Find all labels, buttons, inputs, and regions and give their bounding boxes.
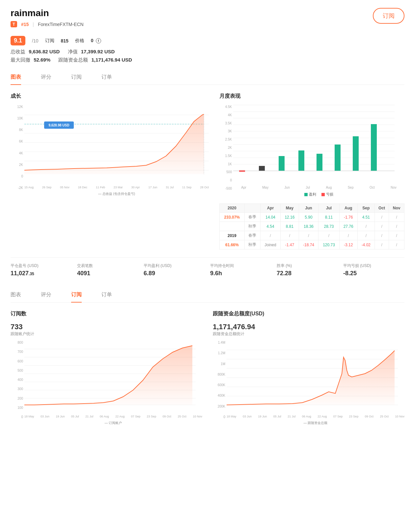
brand-title: rainmain [11, 8, 84, 18]
svg-rect-26 [317, 154, 322, 171]
table-header-season [244, 204, 260, 213]
net-value-value: 17,399.92 USD [81, 49, 115, 54]
follow-funds-value: 1,171,476.94 USD [91, 57, 132, 63]
max-drawdown-label: 最大回撤 [11, 57, 30, 63]
total-profit-label: 总收益 [11, 49, 25, 54]
tabs-1: 图表 评分 订阅 订单 [11, 70, 404, 85]
svg-rect-28 [353, 136, 359, 171]
follow-sub: 跟随资金总额统计 [213, 331, 404, 337]
growth-line-label: — 总收益 (包含持仓盈亏) [24, 192, 209, 196]
price-info-icon: f [96, 38, 101, 43]
sub-y-labels: 8007006005004003002001000 [11, 341, 23, 419]
tab-2-subscribe[interactable]: 订阅 [71, 287, 82, 302]
subscribers-sub: 跟随账户统计 [11, 331, 202, 337]
subscribers-count: 733 [11, 323, 202, 331]
follow-x-labels: 18 May03 Jun19 Jun05 Jul21 Jul06 Aug22 A… [227, 415, 404, 418]
follow-chart-block: 跟随资金总额度(USD) 1,171,476.94 跟随资金总额统计 1.4M1… [213, 310, 404, 425]
svg-rect-29 [371, 124, 377, 171]
stat-avg-profit: 平均盈利 (USD) 6.89 [144, 263, 205, 277]
growth-title: 成长 [11, 93, 209, 100]
bar-y-labels: 4.5K4K3.5K3K2.5K2K1.5K1K5000-500 [219, 105, 232, 190]
growth-chart-block: 成长 12K10K8K6K4K2K0-2K [11, 93, 209, 250]
follow-y-labels: 1.4M1.2M1M800K600K400K200K0 [213, 341, 225, 419]
svg-text:9,628.98 USD: 9,628.98 USD [49, 123, 69, 127]
separator: | [33, 22, 34, 27]
monthly-table: 2020 AprMayJunJulAugSepOctNov 233.07% 春季… [219, 203, 404, 250]
stats-grid: 平仓盈号 (USD) 11,027.35 交易笔数 4091 平均盈利 (USD… [11, 263, 404, 277]
broker: ForexTimeFXTM-ECN [38, 22, 84, 27]
tab-1-rating[interactable]: 评分 [41, 70, 51, 85]
follow-title: 跟随资金总额度(USD) [213, 310, 404, 317]
stat-winrate: 胜率 (%) 72.28 [277, 263, 338, 277]
svg-rect-24 [279, 156, 285, 171]
svg-rect-23 [259, 166, 265, 171]
total-profit-value: 9,636.82 USD [29, 49, 60, 54]
subscribers-svg [24, 341, 196, 413]
monthly-title: 月度表现 [219, 93, 404, 100]
rating-box: 9.1 [11, 36, 25, 45]
subscriptions-value: 815 [61, 38, 69, 43]
rank: #15 [21, 22, 29, 27]
subscriptions-label: 订阅 [45, 38, 54, 44]
stat-trades: 交易笔数 4091 [77, 263, 138, 277]
growth-svg: 9,628.98 USD [24, 105, 209, 184]
follow-count: 1,171,476.94 [213, 323, 404, 331]
price-value: 0 f [91, 38, 101, 43]
subscribers-title: 订阅数 [11, 310, 202, 317]
table-row: 秋季 4.54 8.81 18.36 28.73 27.76 / / / [220, 222, 404, 231]
subscribers-chart-block: 订阅数 733 跟随账户统计 8007006005004003002001000 [11, 310, 202, 425]
tab-1-orders[interactable]: 订单 [101, 70, 112, 85]
tab-2-rating[interactable]: 评分 [41, 287, 51, 302]
growth-x-labels: 15 Aug26 Sep05 Nov18 Dec11 Feb23 Mar30 A… [24, 185, 209, 189]
subscribe-button[interactable]: 订阅 [373, 8, 404, 24]
table-row: 2019 春季 / / / / / / / / [220, 231, 404, 240]
net-value-label: 净值 [68, 49, 78, 54]
stat-avg-loss: 平均亏损 (USD) -8.25 [343, 263, 404, 277]
sub-x-labels: 18 May03 Jun19 Jun05 Jul21 Jul06 Aug22 A… [24, 415, 202, 418]
tab-1-subscribe[interactable]: 订阅 [71, 70, 82, 85]
monthly-svg [233, 105, 395, 184]
bar-legend: 盈利 亏损 [233, 192, 404, 197]
bar-x-labels: AprMayJunJulAugSepOctNov [233, 185, 404, 189]
growth-y-labels: 12K10K8K6K4K2K0-2K [11, 105, 23, 190]
stat-avg-hold: 平均持仓时间 9.6h [210, 263, 271, 277]
price-label: 价格 [75, 38, 84, 44]
monthly-chart-block: 月度表现 4.5K4K3.5K3K2.5K2K1.5K1K5000-500 [219, 93, 404, 250]
max-drawdown-value: 52.69% [34, 57, 50, 63]
follow-svg [227, 341, 398, 413]
table-row: 61.66% 秋季 Joined -1.47 -18.74 120.73 -3.… [220, 240, 404, 250]
tab-1-chart[interactable]: 图表 [11, 70, 21, 85]
rating-denom: /10 [32, 38, 38, 43]
follow-line-label: — 跟随资金总额 [227, 421, 404, 425]
svg-rect-25 [298, 150, 304, 171]
stat-equity: 平仓盈号 (USD) 11,027.35 [11, 263, 72, 277]
t-badge: T [11, 21, 17, 27]
svg-rect-27 [335, 145, 341, 171]
sub-line-label: — 订阅账户 [24, 421, 202, 425]
tab-2-chart[interactable]: 图表 [11, 287, 21, 302]
tabs-2: 图表 评分 订阅 订单 [11, 287, 404, 303]
tab-2-orders[interactable]: 订单 [101, 287, 112, 302]
table-header-year: 2020 [220, 204, 245, 213]
follow-funds-label: 跟随资金总额 [58, 57, 88, 63]
table-row: 233.07% 春季 14.04 12.16 5.90 8.11 -1.76 4… [220, 213, 404, 222]
